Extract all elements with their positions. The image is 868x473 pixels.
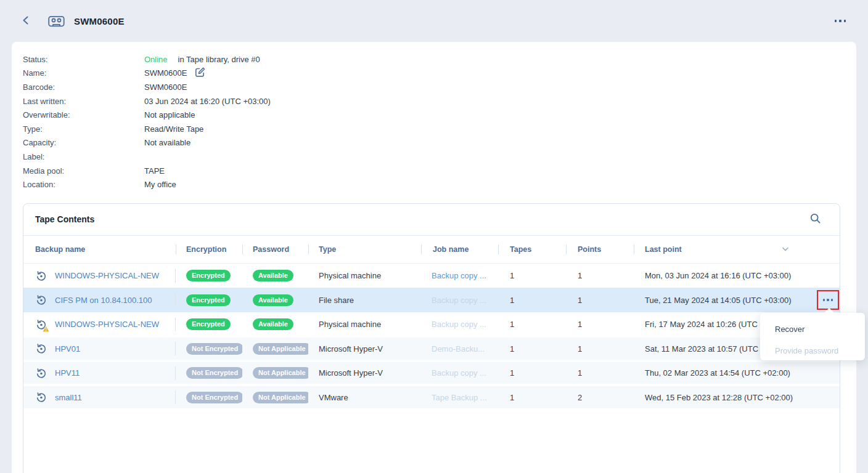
last-point-cell: Wed, 15 Feb 2023 at 12:28 (UTC +02:00) <box>634 393 840 402</box>
points-cell: 1 <box>566 271 634 280</box>
chevron-left-icon <box>20 15 31 28</box>
detail-row: Overwritable: Not applicable <box>23 108 856 122</box>
password-badge: Available <box>253 294 293 306</box>
tapes-cell: 1 <box>498 344 566 354</box>
more-actions-button[interactable] <box>835 20 846 22</box>
table-column-header[interactable]: Backup name <box>23 245 176 254</box>
points-cell: 1 <box>566 344 634 354</box>
column-label: Job name <box>433 245 469 254</box>
tape-contents-card: Tape Contents Backup name Encryption Pas… <box>23 203 840 473</box>
sort-chevron-icon[interactable] <box>782 245 789 254</box>
search-button[interactable] <box>809 212 821 226</box>
back-button[interactable] <box>20 15 31 28</box>
restore-point-icon <box>35 294 47 306</box>
detail-value: Not applicable <box>144 110 195 119</box>
context-menu: Recover Provide password <box>760 313 865 360</box>
backup-name-link[interactable]: WINDOWS-PHYSICAL-NEW <box>55 320 159 329</box>
restore-point-icon <box>35 391 47 403</box>
detail-label: Label: <box>23 152 144 161</box>
restore-point-icon <box>35 270 47 282</box>
encryption-badge: Not Encrypted <box>186 367 242 379</box>
table-column-header[interactable]: Encryption <box>176 245 242 254</box>
detail-row: Status: Online in Tape library, drive #0 <box>23 52 856 67</box>
job-name-link[interactable]: Backup copy ... <box>432 271 486 280</box>
table-column-header[interactable]: Last point <box>634 245 840 254</box>
password-badge: Available <box>253 270 293 281</box>
tapes-cell: 1 <box>498 320 566 329</box>
context-menu-item[interactable]: Recover <box>760 318 865 340</box>
detail-value: Not available <box>144 138 190 147</box>
table-row[interactable]: CIFS PM on 10.84.100.100 Encrypted Avail… <box>23 288 840 312</box>
points-cell: 1 <box>566 296 634 305</box>
detail-status: Online <box>144 55 168 64</box>
detail-label: Location: <box>23 180 144 189</box>
restore-point-icon <box>35 342 47 355</box>
table-row[interactable]: small11 Not Encrypted.. Not Applicable. … <box>23 385 840 410</box>
table-header-row: Backup name Encryption Password Type Job… <box>23 236 840 264</box>
menu-item-label: Recover <box>775 325 805 334</box>
table-row[interactable]: HPV11 Not Encrypted.. Not Applicable. Mi… <box>23 361 840 386</box>
table-column-header[interactable]: Points <box>566 245 634 254</box>
detail-row: Label: <box>23 150 856 164</box>
column-label: Password <box>253 245 289 254</box>
column-label: Last point <box>645 245 682 254</box>
context-menu-item[interactable]: Provide password <box>760 340 865 362</box>
column-label: Encryption <box>186 245 226 254</box>
points-cell: 2 <box>566 393 634 402</box>
table-row[interactable]: WINDOWS-PHYSICAL-NEW Encrypted Available… <box>23 312 840 337</box>
table-column-header[interactable]: Job name <box>421 245 498 254</box>
last-point-cell: Mon, 03 Jun 2024 at 16:16 (UTC +03:00) <box>634 271 840 280</box>
detail-label: Overwritable: <box>23 110 144 119</box>
type-cell: Physical machine <box>308 320 421 329</box>
detail-value: Read/Write Tape <box>144 124 203 134</box>
column-label: Tapes <box>510 245 531 254</box>
password-badge: Not Applicable <box>253 343 308 355</box>
edit-name-button[interactable] <box>194 67 206 80</box>
type-cell: Microsoft Hyper-V <box>308 344 421 354</box>
job-name-link[interactable]: Backup copy ... <box>432 320 486 329</box>
detail-row: Capacity: Not available <box>23 136 856 150</box>
detail-value: 03 Jun 2024 at 16:20 (UTC +03:00) <box>144 97 271 106</box>
table-column-header[interactable]: Type <box>308 245 421 254</box>
row-actions-button[interactable] <box>817 290 839 310</box>
backup-name-link[interactable]: HPV01 <box>55 344 80 354</box>
tape-contents-title: Tape Contents <box>35 214 94 224</box>
detail-status-suffix: in Tape library, drive #0 <box>178 55 260 64</box>
detail-value: My office <box>144 180 176 189</box>
table-column-header[interactable]: Tapes <box>498 245 566 254</box>
backup-name-link[interactable]: HPV11 <box>55 368 80 378</box>
detail-label: Status: <box>23 55 144 64</box>
job-name-link[interactable]: Tape Backup ... <box>432 393 487 402</box>
page-title: SWM0600E <box>74 16 125 26</box>
points-cell: 1 <box>566 320 634 329</box>
backup-name-link[interactable]: CIFS PM on 10.84.100.100 <box>55 296 152 305</box>
tapes-cell: 1 <box>498 271 566 280</box>
password-badge: Not Applicable <box>253 392 308 403</box>
detail-label: Barcode: <box>23 83 144 92</box>
detail-label: Name: <box>23 68 144 78</box>
table-column-header[interactable]: Password <box>242 245 308 254</box>
detail-row: Type: Read/Write Tape <box>23 122 856 136</box>
points-cell: 1 <box>566 368 634 378</box>
detail-row: Media pool: TAPE <box>23 164 856 178</box>
details-panel: Status: Online in Tape library, drive #0… <box>23 52 856 192</box>
password-badge: Available <box>253 318 293 330</box>
table-row[interactable]: WINDOWS-PHYSICAL-NEW Encrypted Available… <box>23 264 840 288</box>
type-cell: VMware <box>308 393 421 402</box>
detail-value: SWM0600E <box>144 83 187 92</box>
last-point-cell: Tue, 21 May 2024 at 14:05 (UTC +03:00) <box>634 296 840 305</box>
type-cell: Physical machine <box>308 271 421 280</box>
job-name-link[interactable]: Demo-Backu... <box>432 344 485 354</box>
backup-name-link[interactable]: WINDOWS-PHYSICAL-NEW <box>55 271 159 280</box>
backup-name-link[interactable]: small11 <box>55 393 82 402</box>
restore-point-icon <box>35 367 47 379</box>
type-cell: Microsoft Hyper-V <box>308 368 421 378</box>
table-body: WINDOWS-PHYSICAL-NEW Encrypted Available… <box>23 264 840 410</box>
job-name-link[interactable]: Backup copy ... <box>432 296 486 305</box>
detail-label: Media pool: <box>23 166 144 176</box>
table-row[interactable]: HPV01 Not Encrypted.. Not Applicable. Mi… <box>23 336 840 361</box>
detail-value: SWM0600E <box>144 68 187 78</box>
top-bar: SWM0600E <box>0 0 868 42</box>
tape-cartridge-icon <box>48 15 65 28</box>
job-name-link[interactable]: Backup copy ... <box>432 368 486 378</box>
